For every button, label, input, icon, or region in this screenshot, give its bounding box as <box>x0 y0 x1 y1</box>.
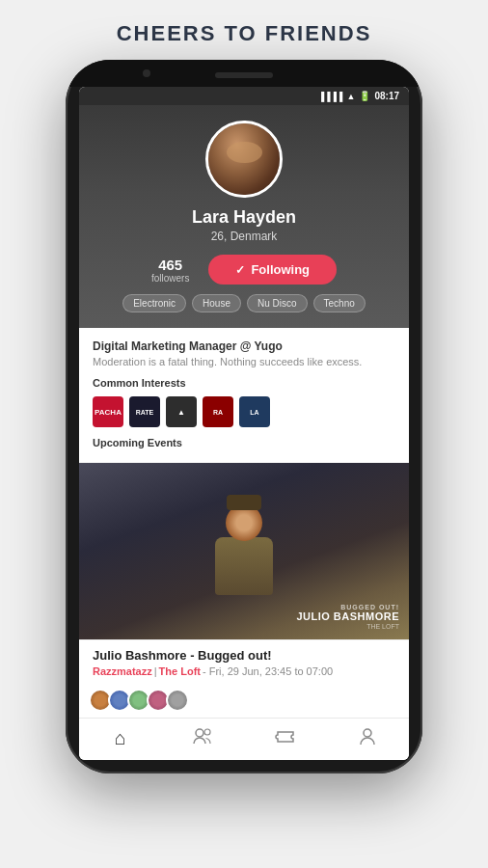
event-image: BUGGED OUT! JULIO BASHMORE THE LOFT <box>79 463 409 639</box>
svg-point-2 <box>364 729 371 737</box>
venue-separator: | <box>154 665 157 677</box>
bio-section: Digital Marketing Manager @ Yugo Moderat… <box>79 328 409 463</box>
upcoming-events-label: Upcoming Events <box>93 437 395 448</box>
avatar-photo <box>208 123 280 195</box>
wifi-icon: ▲ <box>347 92 356 101</box>
common-interests: PACHA RATE ▲ RA LA <box>93 396 395 427</box>
phone-speaker <box>215 72 273 78</box>
dj-head <box>226 504 262 541</box>
nav-item-profile[interactable] <box>327 726 410 750</box>
checkmark-icon: ✓ <box>235 263 245 277</box>
nav-item-home[interactable]: ⌂ <box>79 727 162 749</box>
common-interests-label: Common Interests <box>93 377 395 389</box>
nav-item-tickets[interactable] <box>244 727 327 749</box>
interest-badge-2: RATE <box>129 396 160 427</box>
attendee-avatar-5 <box>166 689 189 712</box>
interest-badge-4: RA <box>203 396 233 427</box>
event-info: Julio Bashmore - Bugged out! Razzmatazz … <box>79 639 409 683</box>
event-overlay-text: BUGGED OUT! JULIO BASHMORE THE LOFT <box>296 604 399 630</box>
interest-badge-1: PACHA <box>93 396 123 427</box>
genre-tag-techno[interactable]: Techno <box>313 294 366 312</box>
signal-icon: ▐▐▐▐ <box>318 92 343 101</box>
genre-tag-nudisco[interactable]: Nu Disco <box>247 294 308 312</box>
nav-item-people[interactable] <box>162 727 245 749</box>
follow-button[interactable]: ✓ Following <box>208 255 337 285</box>
follow-button-label: Following <box>251 262 310 277</box>
profile-stats-row: 465 followers ✓ Following <box>151 255 337 285</box>
followers-block: 465 followers <box>151 257 189 284</box>
front-camera <box>143 69 150 77</box>
genre-tag-electronic[interactable]: Electronic <box>122 294 186 312</box>
event-details: Razzmatazz | The Loft - Fri, 29 Jun, 23:… <box>93 665 395 677</box>
followers-count: 465 <box>158 257 182 273</box>
dj-hat <box>227 495 261 510</box>
profile-age-location: 26, Denmark <box>211 230 278 243</box>
genre-tag-house[interactable]: House <box>192 294 241 312</box>
event-date: - Fri, 29 Jun, 23:45 to 07:00 <box>203 665 333 677</box>
event-overlay-label: BUGGED OUT! <box>296 604 399 610</box>
profile-icon <box>358 726 377 750</box>
bio-job: Digital Marketing Manager @ Yugo <box>93 339 395 353</box>
genre-tags: Electronic House Nu Disco Techno <box>122 294 366 312</box>
event-card[interactable]: BUGGED OUT! JULIO BASHMORE THE LOFT <box>79 463 409 639</box>
status-time: 08:17 <box>374 91 399 101</box>
avatar <box>205 121 283 198</box>
venue-1: Razzmatazz <box>93 665 152 677</box>
venue-2: The Loft <box>159 665 201 677</box>
phone-frame: ▐▐▐▐ ▲ 🔋 08:17 Lara Hayden 26, Denmark 4… <box>66 60 422 773</box>
page-title: CHEERS TO FRIENDS <box>117 0 372 60</box>
bottom-nav: ⌂ <box>79 718 409 760</box>
phone-notch <box>66 60 422 87</box>
profile-content: Digital Marketing Manager @ Yugo Moderat… <box>79 328 409 718</box>
dj-figure <box>201 504 287 610</box>
event-overlay-name: JULIO BASHMORE <box>296 610 399 623</box>
attendees-row <box>79 683 409 718</box>
event-title: Julio Bashmore - Bugged out! <box>93 648 395 663</box>
battery-icon: 🔋 <box>359 91 370 101</box>
phone-screen: ▐▐▐▐ ▲ 🔋 08:17 Lara Hayden 26, Denmark 4… <box>79 87 409 760</box>
profile-header: Lara Hayden 26, Denmark 465 followers ✓ … <box>79 105 409 328</box>
followers-label: followers <box>151 273 189 284</box>
interest-badge-5: LA <box>239 396 270 427</box>
people-icon <box>192 727 213 749</box>
svg-point-1 <box>204 729 210 735</box>
ticket-icon <box>275 727 296 749</box>
dj-body <box>215 537 273 595</box>
svg-point-0 <box>196 729 203 737</box>
profile-name: Lara Hayden <box>192 207 296 228</box>
event-overlay-sub: THE LOFT <box>296 623 399 630</box>
interest-badge-3: ▲ <box>166 396 197 427</box>
bio-quote: Moderation is a fatal thing. Nothing suc… <box>93 356 395 367</box>
status-bar: ▐▐▐▐ ▲ 🔋 08:17 <box>79 87 409 105</box>
home-icon: ⌂ <box>115 727 126 749</box>
